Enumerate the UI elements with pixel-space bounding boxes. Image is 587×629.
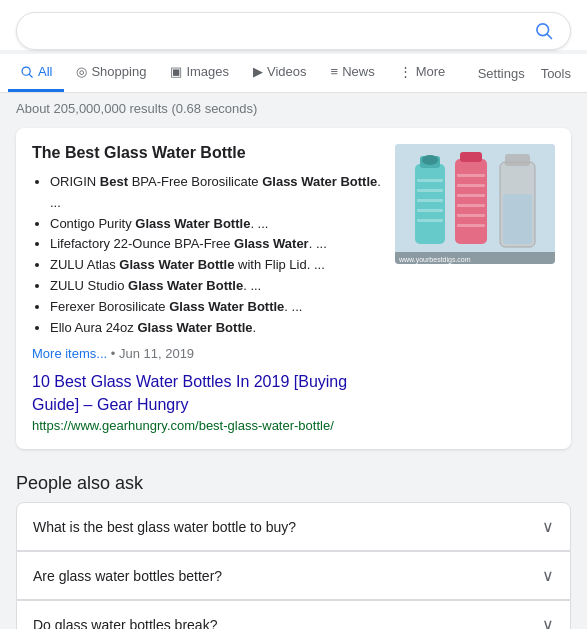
videos-icon: ▶ bbox=[253, 64, 263, 79]
tab-images[interactable]: ▣ Images bbox=[158, 54, 241, 92]
list-item: Ferexer Borosilicate Glass Water Bottle.… bbox=[50, 297, 383, 318]
svg-rect-8 bbox=[417, 179, 443, 182]
svg-rect-5 bbox=[415, 164, 445, 244]
list-item: ZULU Atlas Glass Water Bottle with Flip … bbox=[50, 255, 383, 276]
svg-rect-16 bbox=[457, 184, 485, 187]
svg-rect-19 bbox=[457, 214, 485, 217]
tab-news-label: News bbox=[342, 64, 375, 79]
list-item: Lifefactory 22-Ounce BPA-Free Glass Wate… bbox=[50, 234, 383, 255]
ask-item-2[interactable]: Are glass water bottles better? ∨ bbox=[16, 551, 571, 600]
chevron-down-icon-1: ∨ bbox=[542, 517, 554, 536]
tab-more[interactable]: ⋮ More bbox=[387, 54, 458, 92]
tab-images-label: Images bbox=[186, 64, 229, 79]
people-ask-title: People also ask bbox=[16, 461, 571, 502]
result-card-content: The Best Glass Water Bottle ORIGIN Best … bbox=[32, 144, 383, 433]
tab-all[interactable]: All bbox=[8, 54, 64, 92]
result-date: • Jun 11, 2019 bbox=[111, 346, 194, 361]
tab-news[interactable]: ≡ News bbox=[319, 54, 387, 92]
result-meta: More items... • Jun 11, 2019 bbox=[32, 346, 383, 361]
search-input[interactable]: best glass water bottles bbox=[33, 22, 534, 40]
svg-rect-22 bbox=[505, 154, 530, 166]
svg-point-7 bbox=[422, 155, 438, 165]
search-bar: best glass water bottles bbox=[16, 12, 571, 50]
svg-line-3 bbox=[29, 74, 32, 77]
results-count: About 205,000,000 results (0.68 seconds) bbox=[0, 93, 587, 124]
tab-more-label: More bbox=[416, 64, 446, 79]
list-item: Ello Aura 24oz Glass Water Bottle. bbox=[50, 318, 383, 339]
tab-videos-label: Videos bbox=[267, 64, 307, 79]
search-button[interactable] bbox=[534, 21, 554, 41]
svg-rect-15 bbox=[457, 174, 485, 177]
svg-rect-14 bbox=[460, 152, 482, 162]
search-tab-icon bbox=[20, 65, 34, 79]
result-card-image-container: www.yourbestdigs.com bbox=[395, 144, 555, 433]
list-item: ORIGIN Best BPA-Free Borosilicate Glass … bbox=[50, 172, 383, 214]
chevron-down-icon-3: ∨ bbox=[542, 615, 554, 629]
svg-rect-20 bbox=[457, 224, 485, 227]
ask-item-1[interactable]: What is the best glass water bottle to b… bbox=[16, 502, 571, 551]
result-list: ORIGIN Best BPA-Free Borosilicate Glass … bbox=[32, 172, 383, 338]
search-icon bbox=[534, 21, 554, 41]
tools-link[interactable]: Tools bbox=[533, 56, 579, 91]
result-image: www.yourbestdigs.com bbox=[395, 144, 555, 264]
nav-tabs: All ◎ Shopping ▣ Images ▶ Videos ≡ News … bbox=[0, 54, 587, 93]
svg-line-1 bbox=[547, 34, 552, 39]
more-icon: ⋮ bbox=[399, 64, 412, 79]
settings-link[interactable]: Settings bbox=[470, 56, 533, 91]
svg-rect-9 bbox=[417, 189, 443, 192]
ask-question-3: Do glass water bottles break? bbox=[33, 617, 217, 629]
tab-all-label: All bbox=[38, 64, 52, 79]
more-items-link[interactable]: More items... bbox=[32, 346, 107, 361]
tab-videos[interactable]: ▶ Videos bbox=[241, 54, 319, 92]
svg-rect-10 bbox=[417, 199, 443, 202]
bottles-illustration: www.yourbestdigs.com bbox=[395, 144, 555, 264]
ask-item-3[interactable]: Do glass water bottles break? ∨ bbox=[16, 600, 571, 629]
ask-question-1: What is the best glass water bottle to b… bbox=[33, 519, 296, 535]
ask-question-2: Are glass water bottles better? bbox=[33, 568, 222, 584]
search-bar-container: best glass water bottles bbox=[0, 0, 587, 50]
svg-rect-23 bbox=[503, 194, 532, 244]
featured-result-card: The Best Glass Water Bottle ORIGIN Best … bbox=[16, 128, 571, 449]
svg-rect-12 bbox=[417, 219, 443, 222]
tab-shopping-label: Shopping bbox=[91, 64, 146, 79]
svg-text:www.yourbestdigs.com: www.yourbestdigs.com bbox=[398, 256, 471, 264]
svg-rect-11 bbox=[417, 209, 443, 212]
chevron-down-icon-2: ∨ bbox=[542, 566, 554, 585]
images-icon: ▣ bbox=[170, 64, 182, 79]
svg-rect-13 bbox=[455, 159, 487, 244]
result-title: The Best Glass Water Bottle bbox=[32, 144, 383, 162]
list-item: ZULU Studio Glass Water Bottle. ... bbox=[50, 276, 383, 297]
svg-rect-17 bbox=[457, 194, 485, 197]
tab-shopping[interactable]: ◎ Shopping bbox=[64, 54, 158, 92]
news-icon: ≡ bbox=[331, 64, 339, 79]
list-item: Contigo Purity Glass Water Bottle. ... bbox=[50, 214, 383, 235]
result-link[interactable]: 10 Best Glass Water Bottles In 2019 [Buy… bbox=[32, 371, 383, 416]
svg-rect-18 bbox=[457, 204, 485, 207]
people-also-ask-section: People also ask What is the best glass w… bbox=[16, 461, 571, 629]
shopping-icon: ◎ bbox=[76, 64, 87, 79]
result-url: https://www.gearhungry.com/best-glass-wa… bbox=[32, 418, 383, 433]
